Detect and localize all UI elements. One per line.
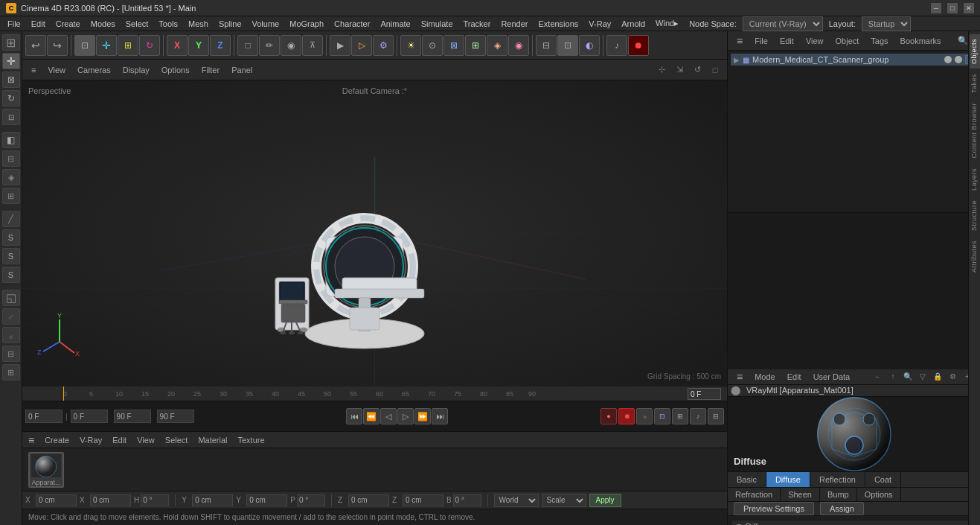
tool-boole[interactable]: ⊞ bbox=[2, 364, 20, 381]
poly-button[interactable]: ⊠ bbox=[443, 35, 464, 56]
obj-menu-view[interactable]: View bbox=[803, 35, 827, 47]
mat-menu-material[interactable]: Material bbox=[195, 434, 230, 446]
step-forward-button[interactable]: ⏩ bbox=[414, 408, 431, 424]
coord-y2-input[interactable] bbox=[246, 494, 287, 506]
coord-apply-button[interactable]: Apply bbox=[589, 494, 621, 507]
object-visibility-dot[interactable] bbox=[944, 56, 952, 63]
step-back-button[interactable]: ⏪ bbox=[363, 408, 379, 424]
snap-button[interactable]: ⊼ bbox=[302, 35, 323, 56]
attr-nav-lock[interactable]: 🔒 bbox=[931, 370, 944, 384]
keyframe-button[interactable]: ⬦ bbox=[636, 408, 653, 424]
current-time-input[interactable] bbox=[71, 410, 108, 423]
attr-menu-toggle[interactable]: ≡ bbox=[734, 369, 746, 384]
tool-bevel[interactable]: ⟋ bbox=[2, 308, 20, 325]
tool-select2[interactable]: ⊞ bbox=[2, 188, 20, 204]
yaxis-button[interactable]: Y bbox=[188, 35, 209, 56]
mat-menu-vray[interactable]: V-Ray bbox=[77, 434, 105, 446]
menu-tools[interactable]: Tools bbox=[154, 18, 182, 30]
mograph-button[interactable]: ◉ bbox=[508, 35, 529, 56]
viewport-menu-panel[interactable]: Panel bbox=[228, 64, 255, 76]
layout-dropdown[interactable]: Startup bbox=[862, 16, 911, 31]
tool-rotate[interactable]: ↻ bbox=[2, 90, 20, 106]
coord-y-input[interactable] bbox=[192, 494, 233, 506]
right-tab-layers[interactable]: Layers bbox=[970, 164, 980, 195]
obj-menu-object[interactable]: Object bbox=[833, 35, 862, 47]
preview-settings-button[interactable]: Preview Settings bbox=[734, 502, 814, 515]
select-button[interactable]: ⊡ bbox=[74, 35, 95, 56]
viewport-menu-filter[interactable]: Filter bbox=[199, 64, 222, 76]
subtab-sheen[interactable]: Sheen bbox=[781, 488, 820, 501]
mat-menu-view[interactable]: View bbox=[134, 434, 158, 446]
viewport[interactable]: X Y Z Perspective Default Camera :° Grid… bbox=[22, 80, 727, 386]
minimize-button[interactable]: ─ bbox=[931, 3, 941, 13]
mat-menu-texture[interactable]: Texture bbox=[235, 434, 268, 446]
subtab-refraction[interactable]: Refraction bbox=[728, 488, 781, 501]
tool-paint2[interactable]: S bbox=[2, 267, 20, 283]
viewport-control-refresh[interactable]: ↺ bbox=[691, 64, 703, 76]
attr-nav-back[interactable]: ← bbox=[871, 370, 885, 384]
tool-object[interactable]: ⊡ bbox=[2, 109, 20, 125]
scale-button[interactable]: ⊞ bbox=[118, 35, 138, 56]
coord-h-input[interactable] bbox=[141, 494, 169, 506]
timeline-ruler[interactable]: 0 5 10 15 20 25 30 35 40 45 50 55 60 65 … bbox=[22, 386, 727, 401]
attr-menu-userdata[interactable]: User Data bbox=[810, 371, 854, 383]
tool-bridge[interactable]: ⟓ bbox=[2, 327, 20, 343]
menu-edit[interactable]: Edit bbox=[27, 18, 50, 30]
tool-polygon[interactable]: ◧ bbox=[2, 132, 20, 148]
menu-volume[interactable]: Volume bbox=[248, 18, 284, 30]
menu-wind[interactable]: Wind▸ bbox=[651, 17, 683, 30]
attr-menu-edit[interactable]: Edit bbox=[784, 371, 804, 383]
tool-extrude[interactable]: ◱ bbox=[2, 290, 20, 306]
deformer-button[interactable]: ⊞ bbox=[465, 35, 486, 56]
add-key-button[interactable]: ⊟ bbox=[708, 408, 724, 424]
record-button[interactable]: ⏺ bbox=[628, 35, 649, 56]
tab-coat[interactable]: Coat bbox=[865, 472, 901, 487]
object-mode-button[interactable]: □ bbox=[237, 35, 258, 56]
tool-sculpt[interactable]: S bbox=[2, 248, 20, 264]
camera-button[interactable]: ⊙ bbox=[422, 35, 443, 56]
move-button[interactable]: ✛ bbox=[96, 35, 117, 56]
render-region-button[interactable]: ▷ bbox=[351, 35, 372, 56]
object-render-dot[interactable] bbox=[955, 56, 962, 63]
coord-b-input[interactable] bbox=[453, 494, 481, 506]
attr-nav-search[interactable]: 🔍 bbox=[901, 370, 915, 384]
menu-spline[interactable]: Spline bbox=[214, 18, 246, 30]
menu-create[interactable]: Create bbox=[51, 18, 85, 30]
field-button[interactable]: ⊟ bbox=[536, 35, 557, 56]
menu-file[interactable]: File bbox=[3, 18, 25, 30]
menu-character[interactable]: Character bbox=[330, 18, 374, 30]
coord-p-input[interactable] bbox=[297, 494, 325, 506]
mat-menu-edit[interactable]: Edit bbox=[109, 434, 129, 446]
go-end-button[interactable]: ⏭ bbox=[432, 408, 448, 424]
menu-animate[interactable]: Animate bbox=[376, 18, 414, 30]
viewport-menu-view[interactable]: View bbox=[45, 64, 68, 76]
coord-z2-input[interactable] bbox=[403, 494, 443, 506]
coord-world-dropdown[interactable]: World bbox=[494, 494, 539, 507]
assign-button[interactable]: Assign bbox=[820, 502, 864, 515]
render-settings-button[interactable]: ⚙ bbox=[373, 35, 394, 56]
viewport-control-fullscreen[interactable]: □ bbox=[709, 64, 721, 76]
attr-nav-settings[interactable]: ⚙ bbox=[946, 370, 959, 384]
close-button[interactable]: ✕ bbox=[964, 3, 974, 13]
tool-scale[interactable]: ⊠ bbox=[2, 71, 20, 88]
current-frame-input[interactable] bbox=[688, 388, 721, 400]
motion-record-button[interactable]: ⊡ bbox=[654, 408, 670, 424]
zaxis-button[interactable]: Z bbox=[210, 35, 231, 56]
coord-x2-input[interactable] bbox=[90, 494, 131, 506]
menu-vray[interactable]: V-Ray bbox=[584, 18, 615, 30]
mat-menu-create[interactable]: Create bbox=[42, 434, 72, 446]
right-tab-objects[interactable]: Objects bbox=[970, 34, 980, 69]
attr-menu-mode[interactable]: Mode bbox=[752, 371, 778, 383]
tab-basic[interactable]: Basic bbox=[728, 472, 766, 487]
obj-menu-edit[interactable]: Edit bbox=[777, 35, 797, 47]
menu-tracker[interactable]: Tracker bbox=[459, 18, 496, 30]
record-dot-button[interactable]: ● bbox=[601, 408, 617, 424]
menu-extensions[interactable]: Extensions bbox=[534, 18, 583, 30]
menu-modes[interactable]: Modes bbox=[86, 18, 120, 30]
viewport-menu-display[interactable]: Display bbox=[120, 64, 153, 76]
sound-button[interactable]: ♪ bbox=[606, 35, 627, 56]
right-tab-attributes[interactable]: Attributes bbox=[970, 236, 980, 277]
viewport-control-expand[interactable]: ⊹ bbox=[656, 64, 667, 76]
xaxis-button[interactable]: X bbox=[167, 35, 188, 56]
menu-simulate[interactable]: Simulate bbox=[417, 18, 458, 30]
